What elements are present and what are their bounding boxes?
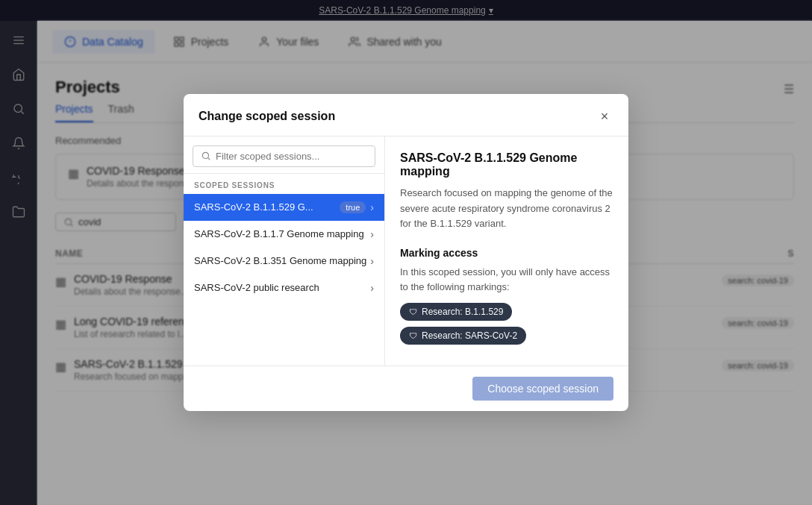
session-list: SARS-CoV-2 B.1.1.529 G... true › SARS-Co… [184, 194, 384, 366]
session-chevron-icon: › [370, 228, 374, 240]
choose-scoped-session-button[interactable]: Choose scoped session [472, 377, 613, 401]
current-badge: true [340, 201, 366, 213]
marking-badge-0: 🛡 Research: B.1.1.529 [400, 303, 512, 321]
sessions-label: SCOPED SESSIONS [184, 174, 384, 194]
modal-title: Change scoped session [199, 110, 335, 123]
marking-access-title: Marking access [400, 247, 613, 259]
session-detail-title: SARS-CoV-2 B.1.1.529 Genome mapping [400, 151, 613, 178]
session-chevron-icon: › [370, 201, 374, 213]
session-item-sars-351[interactable]: SARS-CoV-2 B.1.351 Genome mapping › [184, 248, 384, 275]
marking-access-desc: In this scoped session, you will only ha… [400, 265, 613, 294]
session-item-label: SARS-CoV-2 public research [194, 282, 319, 293]
session-item-label: SARS-CoV-2 B.1.1.529 G... [194, 201, 313, 213]
filter-wrap [184, 137, 384, 174]
shield-icon-1: 🛡 [409, 331, 417, 340]
svg-point-16 [202, 153, 208, 159]
session-item-sars-529[interactable]: SARS-CoV-2 B.1.1.529 G... true › [184, 194, 384, 221]
modal-header: Change scoped session × [184, 94, 628, 137]
session-item-sars-117[interactable]: SARS-CoV-2 B.1.1.7 Genome mapping › [184, 221, 384, 248]
change-scoped-session-modal: Change scoped session × SCOPED SESSIONS [184, 94, 628, 411]
modal-close-button[interactable]: × [596, 107, 613, 125]
marking-badges: 🛡 Research: B.1.1.529 🛡 Research: SARS-C… [400, 303, 613, 351]
session-chevron-icon: › [370, 282, 374, 294]
filter-search-icon [201, 151, 211, 161]
modal-right-panel: SARS-CoV-2 B.1.1.529 Genome mapping Rese… [385, 137, 628, 366]
marking-badge-1: 🛡 Research: SARS-CoV-2 [400, 327, 526, 345]
filter-input[interactable] [216, 151, 367, 162]
modal-left-panel: SCOPED SESSIONS SARS-CoV-2 B.1.1.529 G..… [184, 137, 385, 366]
marking-badge-label-0: Research: B.1.1.529 [422, 307, 503, 317]
session-item-label: SARS-CoV-2 B.1.1.7 Genome mapping [194, 228, 364, 239]
session-detail-desc: Research focused on mapping the genome o… [400, 186, 613, 232]
session-item-label: SARS-CoV-2 B.1.351 Genome mapping [194, 255, 366, 266]
session-chevron-icon: › [370, 255, 374, 267]
svg-line-17 [208, 158, 210, 160]
filter-input-wrap[interactable] [193, 145, 375, 167]
modal-overlay: Change scoped session × SCOPED SESSIONS [0, 0, 812, 505]
modal-body: SCOPED SESSIONS SARS-CoV-2 B.1.1.529 G..… [184, 137, 628, 366]
session-item-sars-public[interactable]: SARS-CoV-2 public research › [184, 275, 384, 301]
modal-footer: Choose scoped session [184, 366, 628, 411]
marking-badge-label-1: Research: SARS-CoV-2 [422, 330, 517, 341]
shield-icon-0: 🛡 [409, 307, 417, 316]
